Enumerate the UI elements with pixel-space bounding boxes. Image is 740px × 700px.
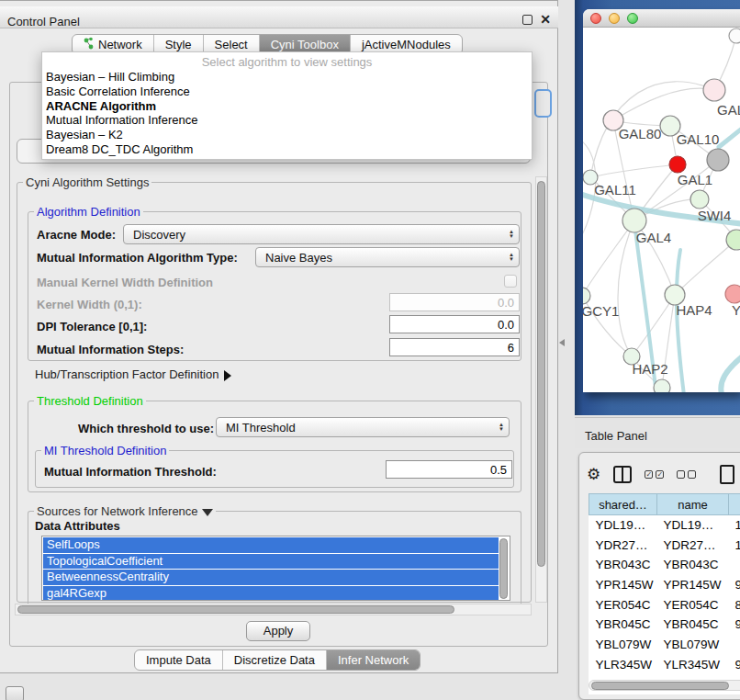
deselect-all-checks-icon[interactable]: [677, 470, 696, 479]
data-attributes-label: Data Attributes: [35, 519, 120, 533]
mi-algorithm-type-label: Mutual Information Algorithm Type:: [37, 251, 238, 265]
tab-label: Cyni Toolbox: [271, 38, 339, 51]
data-attribute-item[interactable]: gal4RGexp: [43, 586, 499, 602]
columns-icon[interactable]: [613, 466, 632, 483]
mac-zoom-icon[interactable]: [627, 13, 638, 24]
network-edge-highlighted: [719, 125, 740, 147]
table-cell: YBR043C: [657, 555, 729, 575]
table-row[interactable]: YBL079WYBL079W: [589, 635, 740, 655]
table-row[interactable]: YBR045CYBR045C9.: [589, 615, 740, 635]
control-panel-titlebar: Control Panel ✕: [0, 6, 558, 28]
mi-threshold-input[interactable]: [386, 460, 512, 479]
algorithm-option[interactable]: Bayesian – Hill Climbing: [42, 70, 532, 85]
data-attribute-item[interactable]: SelfLoops: [43, 537, 499, 553]
network-node-label: HAP2: [632, 361, 667, 377]
table-toolbar: ⚙ ✓✓: [587, 462, 734, 486]
network-node[interactable]: [669, 156, 686, 173]
column-header[interactable]: shared…: [589, 494, 657, 515]
mac-minimize-icon[interactable]: [609, 13, 620, 24]
network-node[interactable]: [729, 28, 740, 43]
table-cell: YPR145W: [589, 575, 657, 595]
network-window[interactable]: GALGAL80GAL10GAL1GAL11SWI4GAL4GCY1HAP4YH…: [583, 9, 740, 392]
table-cell: YLR345W: [589, 654, 657, 674]
table-cell: 9.: [729, 654, 740, 674]
table-cell: YBR045C: [589, 615, 657, 635]
tab-label: Style: [165, 38, 192, 51]
expanded-arrow-icon: [202, 509, 213, 516]
network-edge: [632, 295, 675, 356]
column-header[interactable]: [729, 494, 740, 515]
network-edge: [583, 220, 634, 296]
apply-button[interactable]: Apply: [246, 621, 310, 641]
network-node-label: GCY1: [583, 303, 619, 319]
bottom-tab-infer-network[interactable]: Infer Network: [327, 650, 420, 670]
splitter-collapse-icon[interactable]: [559, 339, 565, 346]
bottom-tab-discretize-data[interactable]: Discretize Data: [223, 650, 327, 670]
document-icon[interactable]: [720, 465, 734, 484]
minimized-panel-icon[interactable]: [6, 686, 24, 700]
combo-arrows-icon: ▲▼: [504, 230, 519, 239]
focus-ring-fragment: [534, 89, 552, 118]
network-node-label: GAL11: [594, 182, 636, 198]
mi-algorithm-type-value: Naive Bayes: [256, 251, 504, 265]
algorithm-option[interactable]: ARACNE Algorithm: [42, 99, 532, 114]
list-scrollbar[interactable]: [499, 538, 508, 599]
table-row[interactable]: YDR27…YDR27…12: [589, 535, 740, 555]
network-node[interactable]: [707, 149, 729, 171]
network-canvas[interactable]: GALGAL80GAL10GAL1GAL11SWI4GAL4GCY1HAP4YH…: [583, 28, 740, 392]
table-row[interactable]: YER054CYER054C8.: [589, 594, 740, 615]
table-cell: YDR27…: [589, 535, 657, 555]
settings-vertical-scrollbar[interactable]: [535, 176, 547, 603]
tab-label: Network: [98, 38, 142, 51]
network-node-gcy1[interactable]: [583, 288, 590, 304]
network-node-gal1[interactable]: [690, 190, 709, 209]
which-threshold-combo[interactable]: MI Threshold ▲▼: [216, 417, 510, 437]
manual-kernel-width-checkbox[interactable]: [504, 275, 517, 288]
table-row[interactable]: YLR345WYLR345W9.: [589, 654, 740, 674]
close-icon[interactable]: ✕: [540, 12, 551, 27]
column-header[interactable]: name: [657, 494, 729, 515]
network-edge: [675, 240, 736, 295]
algorithm-option[interactable]: Mutual Information Inference: [42, 113, 532, 128]
sources-title[interactable]: Sources for Network Inference: [34, 504, 216, 518]
dpi-tolerance-input[interactable]: [389, 315, 520, 333]
table-row[interactable]: YBR043CYBR043C: [589, 555, 740, 575]
algorithm-option[interactable]: Bayesian – K2: [42, 128, 532, 142]
table-cell: YER054C: [657, 594, 729, 615]
table-row[interactable]: YDL19…YDL19…13: [589, 515, 740, 536]
table-horizontal-scrollbar[interactable]: [589, 680, 740, 691]
table-cell: YER054C: [589, 594, 657, 615]
mi-threshold-label: Mutual Information Threshold:: [44, 465, 217, 479]
mi-steps-input[interactable]: [389, 338, 520, 356]
aracne-mode-combo[interactable]: Discovery ▲▼: [123, 224, 520, 244]
network-node-gal[interactable]: [703, 79, 725, 101]
collapsed-arrow-icon: [224, 370, 231, 381]
algorithm-dropdown-popup: Select algorithm to view settings Bayesi…: [41, 51, 533, 160]
data-attributes-list[interactable]: SelfLoopsTopologicalCoefficientBetweenne…: [41, 536, 510, 601]
network-node-label: Y: [732, 302, 740, 318]
bottom-tab-impute-data[interactable]: Impute Data: [135, 650, 223, 670]
kernel-width-input[interactable]: [389, 293, 520, 311]
gear-icon[interactable]: ⚙: [587, 467, 600, 482]
algorithm-option[interactable]: Basic Correlation Inference: [42, 85, 532, 99]
settings-horizontal-scrollbar[interactable]: [15, 604, 532, 615]
float-window-icon[interactable]: [522, 15, 533, 25]
network-window-titlebar: [583, 9, 740, 28]
hub-definition-toggle[interactable]: Hub/Transcription Factor Definition: [35, 367, 231, 381]
table-cell: YBR045C: [657, 615, 729, 635]
mac-close-icon[interactable]: [590, 13, 601, 24]
hub-definition-label: Hub/Transcription Factor Definition: [35, 367, 219, 381]
data-attribute-item[interactable]: BetweennessCentrality: [43, 570, 499, 585]
mi-algorithm-type-combo[interactable]: Naive Bayes ▲▼: [255, 247, 520, 267]
select-all-checks-icon[interactable]: ✓✓: [645, 470, 664, 479]
network-node-label: HAP4: [676, 302, 712, 318]
algorithm-dropdown-list: Bayesian – Hill ClimbingBasic Correlatio…: [42, 70, 532, 157]
algorithm-definition-title: Algorithm Definition: [34, 205, 143, 219]
network-node-y[interactable]: [725, 285, 740, 303]
table-row[interactable]: YPR145WYPR145W9.: [589, 575, 740, 595]
network-edge-highlighted: [721, 355, 740, 392]
table-panel-title: Table Panel: [585, 429, 647, 443]
algorithm-option[interactable]: Dream8 DC_TDC Algorithm: [42, 142, 532, 157]
network-node[interactable]: [654, 379, 670, 392]
data-attribute-item[interactable]: TopologicalCoefficient: [43, 554, 499, 570]
